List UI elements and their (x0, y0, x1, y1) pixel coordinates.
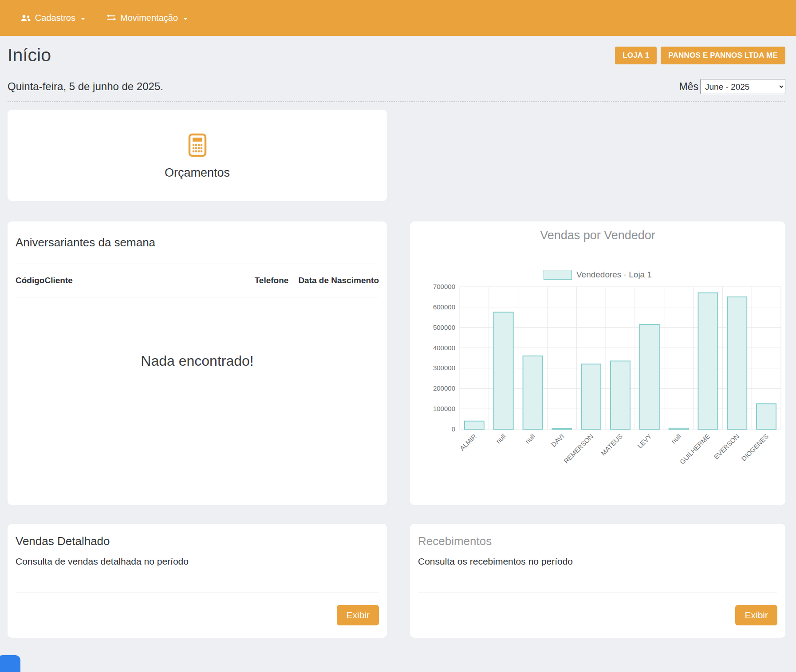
nav-item-movimentacao[interactable]: Movimentação (106, 13, 188, 23)
recebimentos-title: Recebimentos (418, 534, 777, 548)
current-date: Quinta-feira, 5 de junho de 2025. (8, 80, 163, 93)
month-select[interactable]: June - 2025 (700, 79, 785, 94)
chart-bar (523, 356, 543, 429)
nav-item-movimentacao-label: Movimentação (120, 13, 178, 23)
birthdays-empty-state: Nada encontrado! (16, 297, 379, 425)
recebimentos-exibir-button[interactable]: Exibir (735, 605, 777, 625)
recebimentos-subtitle: Consulta os recebimentos no período (418, 556, 777, 567)
vendas-exibir-button[interactable]: Exibir (337, 605, 379, 625)
chart-bar (757, 404, 776, 429)
sales-chart-card: Vendas por Vendedor Vendedores - Loja 1 … (410, 221, 785, 505)
svg-text:REMERSON: REMERSON (562, 432, 595, 465)
top-navbar: Início Cadastros Movimentação (0, 0, 796, 36)
store-button[interactable]: LOJA 1 (615, 47, 657, 64)
birthdays-header: Aniversariantes da semana (16, 221, 379, 264)
transfer-arrows-icon (106, 15, 116, 22)
caret-down-icon (183, 18, 188, 20)
recebimentos-body: Recebimentos Consulta os recebimentos no… (418, 524, 777, 593)
birthdays-card: Aniversariantes da semana Código Cliente… (8, 221, 387, 505)
chart-title: Vendas por Vendedor (410, 229, 785, 242)
svg-text:100000: 100000 (433, 405, 455, 412)
orcamentos-label: Orçamentos (165, 166, 230, 180)
svg-text:0: 0 (452, 425, 455, 433)
page-title: Início (8, 45, 51, 66)
column-telefone: Telefone (255, 276, 289, 285)
chart-bar (494, 312, 513, 429)
chart-bar (465, 421, 484, 429)
chart-legend[interactable]: Vendedores - Loja 1 (544, 270, 652, 280)
svg-text:DAVI: DAVI (549, 432, 565, 448)
page-content: Início LOJA 1 PANNOS E PANNOS LTDA ME Qu… (0, 45, 796, 638)
vendas-detalhado-body: Vendas Detalhado Consulta de vendas deta… (16, 524, 379, 593)
month-picker: Mês June - 2025 (679, 79, 785, 94)
vendas-detalhado-title: Vendas Detalhado (16, 534, 379, 548)
page-header: Início LOJA 1 PANNOS E PANNOS LTDA ME (8, 45, 785, 66)
vendas-detalhado-footer: Exibir (16, 593, 379, 637)
svg-text:null: null (524, 432, 536, 445)
birthdays-title: Aniversariantes da semana (16, 236, 155, 249)
orcamentos-shortcut-card[interactable]: Orçamentos (8, 110, 387, 201)
chart-bar (669, 428, 689, 429)
empty-message: Nada encontrado! (141, 353, 253, 369)
chart-bar (611, 361, 630, 429)
svg-text:DIOGENES: DIOGENES (740, 432, 770, 462)
svg-text:200000: 200000 (433, 384, 455, 392)
svg-text:700000: 700000 (433, 283, 455, 290)
bottom-row: Vendas Detalhado Consulta de vendas deta… (8, 524, 785, 638)
svg-text:400000: 400000 (433, 344, 455, 352)
recebimentos-card: Recebimentos Consulta os recebimentos no… (410, 524, 785, 638)
chart-bar (640, 324, 659, 429)
section-divider (8, 101, 785, 102)
svg-text:ALMIR: ALMIR (458, 432, 478, 452)
month-label: Mês (679, 81, 698, 93)
chart-bar (698, 293, 717, 429)
column-data-nascimento: Data de Nascimento (298, 276, 379, 285)
svg-text:MATEUS: MATEUS (599, 432, 624, 457)
legend-swatch-icon (544, 270, 572, 280)
date-row: Quinta-feira, 5 de junho de 2025. Mês Ju… (8, 79, 785, 94)
birthdays-table-header: Código Cliente Telefone Data de Nascimen… (16, 264, 379, 297)
svg-text:500000: 500000 (433, 324, 455, 331)
users-icon (20, 14, 31, 22)
chat-widget-button[interactable] (0, 655, 20, 672)
svg-text:null: null (670, 432, 682, 445)
legend-label: Vendedores - Loja 1 (576, 270, 652, 280)
calculator-icon (184, 131, 211, 161)
svg-text:600000: 600000 (433, 303, 455, 311)
svg-text:EVERSON: EVERSON (713, 432, 741, 461)
vendas-chart: 0100000200000300000400000500000600000700… (410, 282, 785, 495)
company-button[interactable]: PANNOS E PANNOS LTDA ME (661, 47, 785, 64)
caret-down-icon (81, 18, 85, 20)
nav-item-cadastros[interactable]: Cadastros (20, 13, 85, 23)
column-codigo: Código (16, 276, 44, 285)
middle-row: Aniversariantes da semana Código Cliente… (8, 221, 785, 505)
svg-text:LEVY: LEVY (636, 432, 653, 450)
svg-text:null: null (494, 432, 507, 445)
chart-bar (727, 297, 747, 429)
recebimentos-footer: Exibir (418, 593, 777, 637)
svg-text:GUILHERME: GUILHERME (678, 432, 711, 466)
svg-text:300000: 300000 (433, 364, 455, 372)
chart-bar (581, 364, 601, 429)
vendas-detalhado-card: Vendas Detalhado Consulta de vendas deta… (8, 524, 387, 638)
column-cliente: Cliente (44, 276, 72, 285)
vendas-detalhado-subtitle: Consulta de vendas detalhada no período (16, 556, 379, 567)
header-buttons: LOJA 1 PANNOS E PANNOS LTDA ME (615, 47, 785, 64)
nav-item-cadastros-label: Cadastros (35, 13, 75, 23)
chart-bar (552, 429, 571, 429)
